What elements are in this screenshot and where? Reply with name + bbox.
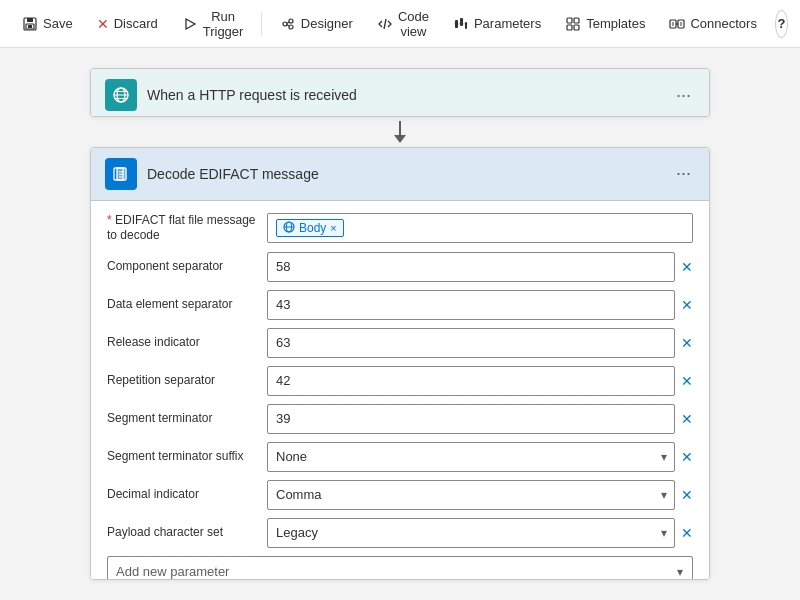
templates-button[interactable]: Templates — [555, 10, 655, 38]
decimal-indicator-clear[interactable]: ✕ — [681, 487, 693, 503]
svg-line-8 — [287, 21, 289, 23]
discard-button[interactable]: ✕ Discard — [87, 10, 168, 38]
data-element-separator-wrap: ✕ — [267, 290, 693, 320]
segment-terminator-wrap: ✕ — [267, 404, 693, 434]
save-button[interactable]: Save — [12, 10, 83, 38]
body-tag-text: Body — [299, 221, 326, 235]
decimal-indicator-label: Decimal indicator — [107, 487, 257, 503]
help-label: ? — [777, 16, 785, 31]
decode-step-more[interactable]: ··· — [672, 163, 695, 184]
arrow-connector — [394, 121, 406, 143]
svg-rect-16 — [574, 18, 579, 23]
svg-point-5 — [283, 22, 287, 26]
svg-point-7 — [289, 25, 293, 29]
save-label: Save — [43, 16, 73, 31]
http-step-icon — [105, 79, 137, 111]
decode-step-icon — [105, 158, 137, 190]
connectors-button[interactable]: Connectors — [659, 10, 766, 38]
toolbar: Save ✕ Discard Run Trigger Designer — [0, 0, 800, 48]
svg-rect-14 — [454, 23, 468, 25]
decimal-indicator-wrap: Comma Period ▾ ✕ — [267, 480, 693, 510]
decode-step-header[interactable]: Decode EDIFACT message ··· — [91, 148, 709, 201]
canvas: When a HTTP request is received ··· Deco… — [0, 48, 800, 600]
run-trigger-button[interactable]: Run Trigger — [172, 3, 254, 45]
release-indicator-input[interactable] — [267, 328, 675, 358]
designer-icon — [280, 16, 296, 32]
discard-label: Discard — [114, 16, 158, 31]
body-tag-close[interactable]: × — [330, 222, 336, 234]
parameters-icon — [453, 16, 469, 32]
component-separator-label: Component separator — [107, 259, 257, 275]
svg-line-10 — [384, 19, 386, 29]
release-indicator-wrap: ✕ — [267, 328, 693, 358]
add-param-select[interactable]: Add new parameter — [107, 556, 693, 580]
decode-step-title: Decode EDIFACT message — [147, 166, 662, 182]
repetition-separator-input[interactable] — [267, 366, 675, 396]
payload-character-set-select[interactable]: Legacy UTF-8 UTF-16 — [267, 518, 675, 548]
svg-point-6 — [289, 19, 293, 23]
segment-terminator-suffix-wrap: None CR LF CRLF ▾ ✕ — [267, 442, 693, 472]
repetition-separator-row: Repetition separator ✕ — [107, 366, 693, 396]
body-tag-icon — [283, 221, 295, 235]
svg-rect-17 — [567, 25, 572, 30]
discard-icon: ✕ — [97, 16, 109, 32]
http-step-header[interactable]: When a HTTP request is received ··· — [91, 69, 709, 117]
component-separator-wrap: ✕ — [267, 252, 693, 282]
component-separator-clear[interactable]: ✕ — [681, 259, 693, 275]
data-element-separator-row: Data element separator ✕ — [107, 290, 693, 320]
decode-step-card: Decode EDIFACT message ··· EDIFACT flat … — [90, 147, 710, 580]
segment-terminator-suffix-label: Segment terminator suffix — [107, 449, 257, 465]
payload-character-set-label: Payload character set — [107, 525, 257, 541]
edifact-tag-input[interactable]: Body × — [267, 213, 693, 243]
parameters-label: Parameters — [474, 16, 541, 31]
release-indicator-row: Release indicator ✕ — [107, 328, 693, 358]
http-step-title: When a HTTP request is received — [147, 87, 662, 103]
release-indicator-clear[interactable]: ✕ — [681, 335, 693, 351]
arrow-line — [399, 121, 401, 135]
svg-rect-12 — [460, 18, 463, 26]
code-view-button[interactable]: Code view — [367, 3, 439, 45]
payload-character-set-row: Payload character set Legacy UTF-8 UTF-1… — [107, 518, 693, 548]
component-separator-input[interactable] — [267, 252, 675, 282]
segment-terminator-suffix-clear[interactable]: ✕ — [681, 449, 693, 465]
decode-form-body: EDIFACT flat file message to decode — [91, 201, 709, 580]
add-param-row: Add new parameter ▾ — [107, 556, 693, 580]
designer-button[interactable]: Designer — [270, 10, 363, 38]
svg-rect-3 — [28, 25, 32, 28]
repetition-separator-label: Repetition separator — [107, 373, 257, 389]
component-separator-row: Component separator ✕ — [107, 252, 693, 282]
segment-terminator-clear[interactable]: ✕ — [681, 411, 693, 427]
svg-rect-19 — [670, 20, 676, 28]
data-element-separator-clear[interactable]: ✕ — [681, 297, 693, 313]
http-step-card: When a HTTP request is received ··· — [90, 68, 710, 117]
svg-rect-15 — [567, 18, 572, 23]
segment-terminator-suffix-select[interactable]: None CR LF CRLF — [267, 442, 675, 472]
segment-terminator-label: Segment terminator — [107, 411, 257, 427]
repetition-separator-clear[interactable]: ✕ — [681, 373, 693, 389]
templates-label: Templates — [586, 16, 645, 31]
run-trigger-icon — [182, 16, 198, 32]
payload-character-set-clear[interactable]: ✕ — [681, 525, 693, 541]
connectors-icon — [669, 16, 685, 32]
save-icon — [22, 16, 38, 32]
segment-terminator-suffix-select-wrap: None CR LF CRLF ▾ — [267, 442, 675, 472]
connectors-label: Connectors — [690, 16, 756, 31]
help-button[interactable]: ? — [775, 10, 788, 38]
data-element-separator-label: Data element separator — [107, 297, 257, 313]
code-view-label: Code view — [398, 9, 429, 39]
repetition-separator-wrap: ✕ — [267, 366, 693, 396]
run-trigger-label: Run Trigger — [203, 9, 244, 39]
decimal-indicator-select[interactable]: Comma Period — [267, 480, 675, 510]
payload-character-set-wrap: Legacy UTF-8 UTF-16 ▾ ✕ — [267, 518, 693, 548]
parameters-button[interactable]: Parameters — [443, 10, 551, 38]
arrow-head — [394, 135, 406, 143]
data-element-separator-input[interactable] — [267, 290, 675, 320]
http-step-more[interactable]: ··· — [672, 85, 695, 106]
segment-terminator-input[interactable] — [267, 404, 675, 434]
edifact-tag: Body × — [276, 219, 344, 237]
svg-line-9 — [287, 24, 289, 26]
code-view-icon — [377, 16, 393, 32]
payload-character-set-select-wrap: Legacy UTF-8 UTF-16 ▾ — [267, 518, 675, 548]
svg-rect-20 — [678, 20, 684, 28]
decimal-indicator-row: Decimal indicator Comma Period ▾ ✕ — [107, 480, 693, 510]
